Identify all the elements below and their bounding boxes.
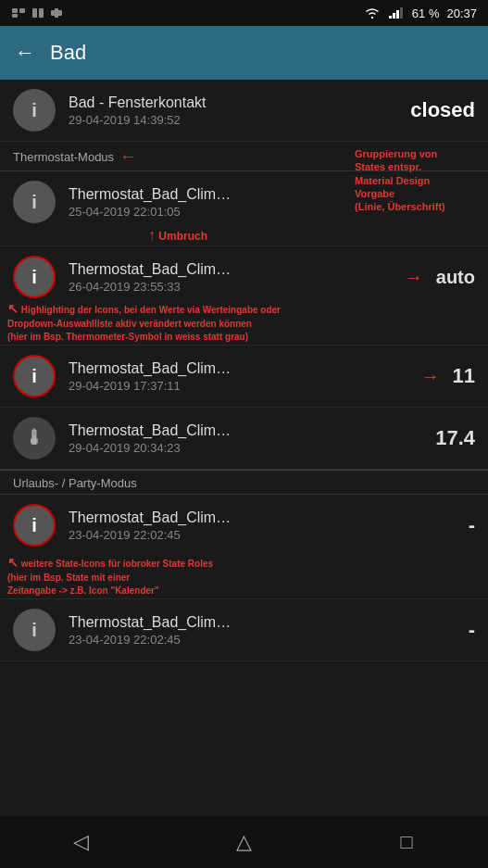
svg-rect-6 xyxy=(55,8,58,10)
item-icon-info: i xyxy=(13,89,56,132)
item-icon-info-highlighted: i xyxy=(13,256,56,298)
status-bar: 61 % 20:37 xyxy=(0,0,488,26)
annotation-highlighting: ↖ Highlighting der Icons, bei den Werte … xyxy=(7,300,322,343)
svg-rect-9 xyxy=(393,13,395,19)
wifi-icon xyxy=(364,6,381,19)
list-container: i Bad - Fensterkontakt 29-04-2019 14:39:… xyxy=(0,80,488,661)
red-arrow-auto: → xyxy=(405,267,423,288)
item-value: - xyxy=(469,618,475,642)
header: ← Bad xyxy=(0,26,488,80)
item-value: 17.4 xyxy=(435,426,475,450)
item-name: Thermostat_Bad_Clim… xyxy=(69,509,291,526)
annotation-state-icons: ↖ weitere State-Icons für iobroker State… xyxy=(7,554,267,597)
back-button[interactable]: ← xyxy=(15,41,35,65)
item-name: Thermostat_Bad_Clim… xyxy=(69,261,291,278)
red-arrow-icon: ← xyxy=(119,147,136,167)
list-item[interactable]: 🌡 Thermostat_Bad_Clim… 29-04-2019 20:34:… xyxy=(0,408,488,470)
section-label: Urlaubs- / Party-Modus xyxy=(13,476,137,490)
item-icon-info: i xyxy=(13,609,56,651)
item-date: 23-04-2019 22:02:45 xyxy=(69,528,461,542)
notif-icon-3 xyxy=(50,7,63,19)
item-text: Thermostat_Bad_Clim… 25-04-2019 22:01:05 xyxy=(69,186,468,219)
svg-rect-3 xyxy=(32,8,37,18)
svg-rect-5 xyxy=(51,10,62,16)
svg-rect-8 xyxy=(389,16,392,19)
home-nav-button[interactable]: △ xyxy=(225,824,262,861)
item-icon-info: i xyxy=(13,181,56,223)
item-date: 23-04-2019 22:02:45 xyxy=(69,633,461,647)
item-date: 29-04-2019 20:34:23 xyxy=(69,441,428,455)
list-item[interactable]: i Bad - Fensterkontakt 29-04-2019 14:39:… xyxy=(0,80,488,142)
svg-rect-2 xyxy=(12,14,18,18)
time-text: 20:37 xyxy=(446,6,477,20)
item-name: Thermostat_Bad_Clim… xyxy=(69,614,291,631)
bottom-nav: ◁ △ □ xyxy=(0,816,488,868)
item-value: closed xyxy=(410,98,475,122)
battery-text: 61 % xyxy=(412,6,440,20)
list-item[interactable]: i Thermostat_Bad_Clim… 29-04-2019 17:37:… xyxy=(0,346,488,408)
item-name: Thermostat_Bad_Clim… xyxy=(69,186,291,203)
item-text: Thermostat_Bad_Clim… 26-04-2019 23:55:33 xyxy=(69,261,405,294)
item-date: 29-04-2019 14:39:52 xyxy=(69,113,403,127)
item-icon-thermometer: 🌡 xyxy=(13,417,56,459)
red-arrow-11: → xyxy=(421,366,440,387)
item-date: 26-04-2019 23:55:33 xyxy=(69,280,405,294)
list-item[interactable]: i Thermostat_Bad_Clim… 23-04-2019 22:02:… xyxy=(0,599,488,661)
list-item[interactable]: i Thermostat_Bad_Clim… 26-04-2019 23:55:… xyxy=(0,246,488,346)
recents-nav-button[interactable]: □ xyxy=(388,824,425,861)
svg-rect-11 xyxy=(400,7,403,19)
section-label: Thermostat-Modus xyxy=(13,150,114,164)
item-text: Bad - Fensterkontakt 29-04-2019 14:39:52 xyxy=(69,94,403,127)
list-item[interactable]: i Thermostat_Bad_Clim… 25-04-2019 22:01:… xyxy=(0,171,488,246)
list-item[interactable]: i Thermostat_Bad_Clim… 23-04-2019 22:02:… xyxy=(0,495,488,599)
section-header-thermostat: Thermostat-Modus ← Gruppierung vonStates… xyxy=(0,142,488,171)
item-icon-info-highlighted2: i xyxy=(13,355,56,397)
back-nav-button[interactable]: ◁ xyxy=(63,824,100,861)
item-text: Thermostat_Bad_Clim… 29-04-2019 17:37:11 xyxy=(69,360,421,393)
item-name: Thermostat_Bad_Clim… xyxy=(69,360,291,377)
item-text: Thermostat_Bad_Clim… 29-04-2019 20:34:23 xyxy=(69,422,428,455)
svg-rect-1 xyxy=(19,8,25,13)
section-header-urlaub: Urlaubs- / Party-Modus xyxy=(0,471,488,495)
item-text: Thermostat_Bad_Clim… 23-04-2019 22:02:45 xyxy=(69,509,461,542)
item-date: 25-04-2019 22:01:05 xyxy=(69,205,468,219)
item-value: auto xyxy=(436,267,475,288)
svg-rect-0 xyxy=(12,8,18,13)
notif-icon-1 xyxy=(11,7,26,19)
item-date: 29-04-2019 17:37:11 xyxy=(69,379,421,393)
svg-rect-10 xyxy=(396,10,399,19)
item-value: - xyxy=(469,513,475,537)
svg-rect-4 xyxy=(39,8,44,18)
annotation-umbruch: ↑ Umbruch xyxy=(148,227,207,244)
item-value: 11 xyxy=(453,364,475,388)
item-name: Bad - Fensterkontakt xyxy=(69,94,291,111)
item-text: Thermostat_Bad_Clim… 23-04-2019 22:02:45 xyxy=(69,614,461,647)
item-name: Thermostat_Bad_Clim… xyxy=(69,422,291,439)
status-icons-left xyxy=(11,7,63,19)
item-icon-calendar: i xyxy=(13,504,56,547)
notif-icon-2 xyxy=(31,7,44,19)
signal-icon xyxy=(388,6,405,19)
page-title: Bad xyxy=(50,41,86,65)
svg-rect-7 xyxy=(55,16,58,18)
